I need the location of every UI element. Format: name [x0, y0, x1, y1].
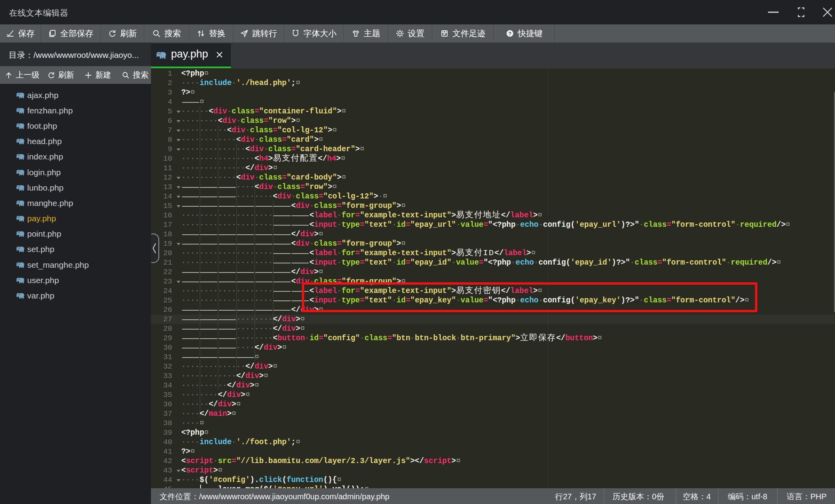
svg-text:?: ?	[508, 31, 511, 37]
